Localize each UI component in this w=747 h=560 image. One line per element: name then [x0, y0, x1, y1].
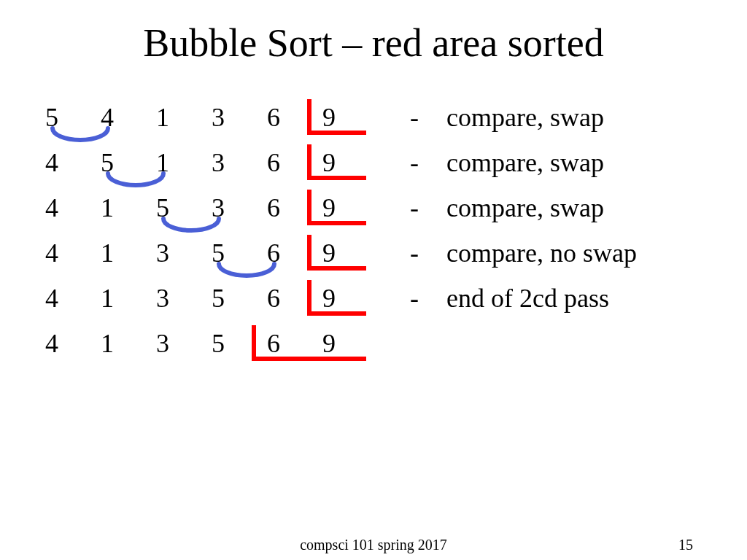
- array-value: 3: [156, 283, 182, 314]
- array-value: 9: [322, 328, 349, 359]
- slide-title: Bubble Sort – red area sorted: [0, 20, 747, 66]
- array-value: 5: [45, 102, 71, 133]
- array-value: 4: [101, 102, 127, 133]
- operation-label: compare, swap: [446, 147, 604, 178]
- array-value: 5: [212, 283, 238, 314]
- array-value: 6: [267, 102, 293, 133]
- array-value: 4: [45, 238, 71, 268]
- array-value: 6: [267, 238, 293, 268]
- separator: -: [410, 238, 419, 268]
- array-value: 1: [101, 192, 127, 223]
- array-value: 1: [101, 283, 127, 314]
- separator: -: [410, 147, 419, 178]
- array-value: 6: [267, 283, 293, 314]
- operation-label: compare, swap: [446, 192, 604, 223]
- array-value: 4: [45, 147, 71, 178]
- array-value: 5: [212, 238, 238, 268]
- array-value: 6: [267, 147, 293, 178]
- array-value: 3: [212, 147, 238, 178]
- array-value: 3: [156, 328, 182, 359]
- operation-label: compare, no swap: [446, 238, 637, 268]
- separator: -: [410, 192, 419, 223]
- array-value: 1: [156, 102, 182, 133]
- array-value: 9: [322, 102, 349, 133]
- array-value: 3: [156, 238, 182, 268]
- operation-label: compare, swap: [446, 102, 604, 133]
- separator: -: [410, 102, 419, 133]
- array-value: 6: [267, 192, 293, 223]
- array-value: 9: [322, 147, 349, 178]
- array-value: 1: [101, 328, 127, 359]
- array-value: 4: [45, 192, 71, 223]
- array-value: 1: [101, 238, 127, 268]
- array-value: 3: [212, 102, 238, 133]
- array-value: 5: [212, 328, 238, 359]
- array-value: 9: [322, 238, 349, 268]
- array-value: 9: [322, 283, 349, 314]
- array-value: 5: [156, 192, 182, 223]
- array-value: 3: [212, 192, 238, 223]
- array-value: 5: [101, 147, 127, 178]
- array-value: 4: [45, 328, 71, 359]
- footer-page-number: 15: [678, 537, 693, 553]
- separator: -: [410, 283, 419, 314]
- footer-course: compsci 101 spring 2017: [0, 537, 747, 553]
- array-value: 9: [322, 192, 349, 223]
- array-value: 1: [156, 147, 182, 178]
- array-value: 6: [267, 328, 293, 359]
- array-value: 4: [45, 283, 71, 314]
- operation-label: end of 2cd pass: [446, 283, 609, 314]
